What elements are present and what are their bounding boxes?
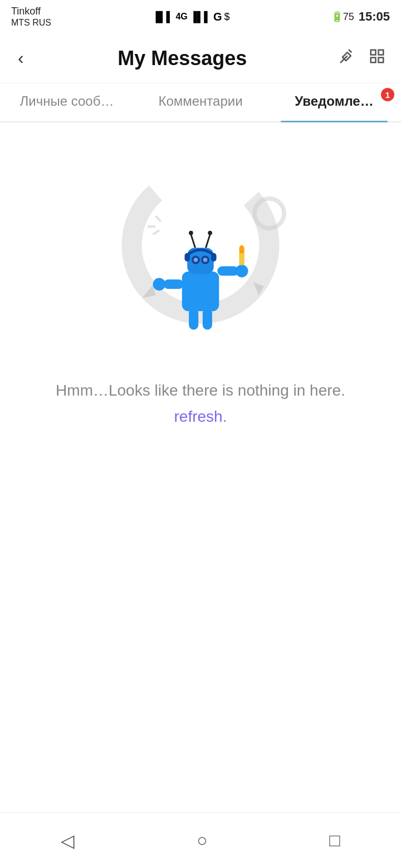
tab-notifications[interactable]: Уведомле… 1 (267, 83, 401, 121)
svg-rect-1 (379, 50, 384, 55)
svg-rect-12 (203, 309, 212, 330)
status-right: 🔋75 15:05 (331, 9, 390, 24)
empty-state-dot: . (223, 408, 227, 426)
svg-rect-14 (164, 279, 184, 289)
clean-icon[interactable] (336, 46, 358, 71)
svg-rect-3 (379, 58, 384, 63)
svg-line-27 (206, 235, 211, 248)
svg-point-19 (239, 245, 244, 254)
nav-home-button[interactable]: ○ (179, 821, 225, 860)
signal-bars-icon: ▐▌▌ (152, 11, 173, 23)
signal-bars2-icon: ▐▌▌ (190, 11, 211, 23)
svg-line-8 (155, 216, 161, 221)
grid-icon[interactable] (366, 46, 388, 71)
4g-icon: 4G (175, 12, 187, 22)
svg-rect-11 (189, 309, 198, 330)
svg-rect-13 (182, 272, 219, 311)
notification-badge: 1 (381, 88, 394, 101)
empty-state-refresh-row: refresh . (174, 408, 227, 426)
svg-rect-0 (371, 50, 376, 55)
svg-line-10 (153, 230, 159, 235)
page-title: My Messages (28, 47, 336, 70)
back-button[interactable]: ‹ (13, 43, 28, 73)
svg-rect-2 (371, 58, 376, 63)
toolbar-icons (336, 46, 388, 71)
svg-point-26 (189, 231, 193, 235)
carrier-info: Tinkoff MTS RUS (11, 6, 51, 28)
nav-recent-button[interactable]: □ (311, 821, 358, 860)
empty-state-line1: Hmm…Looks like there is nothing in here. (56, 382, 345, 399)
empty-state-message: Hmm…Looks like there is nothing in here. (56, 378, 345, 403)
svg-point-28 (208, 231, 212, 235)
svg-rect-29 (185, 253, 190, 262)
time-display: 15:05 (359, 9, 390, 24)
battery-icon: 🔋75 (331, 11, 354, 23)
nav-back-button[interactable]: ◁ (43, 821, 92, 860)
tab-bar: Личные сооб… Комментарии Уведомле… 1 (0, 83, 401, 122)
svg-point-17 (236, 265, 248, 278)
status-bar: Tinkoff MTS RUS ▐▌▌ 4G ▐▌▌ G $ 🔋75 15:05 (0, 0, 401, 33)
tab-personal[interactable]: Личные сооб… (0, 83, 134, 121)
bottom-nav: ◁ ○ □ (0, 812, 401, 868)
svg-point-24 (203, 258, 208, 262)
svg-point-23 (194, 258, 198, 262)
dollar-icon: $ (224, 11, 230, 23)
refresh-link[interactable]: refresh (174, 408, 223, 426)
tab-comments-label: Комментарии (158, 93, 242, 109)
app-bar: ‹ My Messages (0, 33, 401, 83)
empty-state-illustration (95, 145, 306, 356)
g-icon: G (213, 11, 222, 23)
svg-point-15 (153, 278, 166, 290)
svg-rect-16 (217, 267, 238, 276)
svg-rect-30 (211, 253, 217, 262)
tab-comments[interactable]: Комментарии (134, 83, 267, 121)
tab-personal-label: Личные сооб… (20, 93, 114, 109)
svg-line-25 (191, 235, 195, 248)
main-content: Hmm…Looks like there is nothing in here.… (0, 122, 401, 623)
carrier-name: Tinkoff (11, 6, 51, 18)
tab-notifications-label: Уведомле… (295, 93, 373, 109)
network-name: MTS RUS (11, 17, 51, 28)
signal-icons: ▐▌▌ 4G ▐▌▌ G $ (152, 11, 229, 23)
